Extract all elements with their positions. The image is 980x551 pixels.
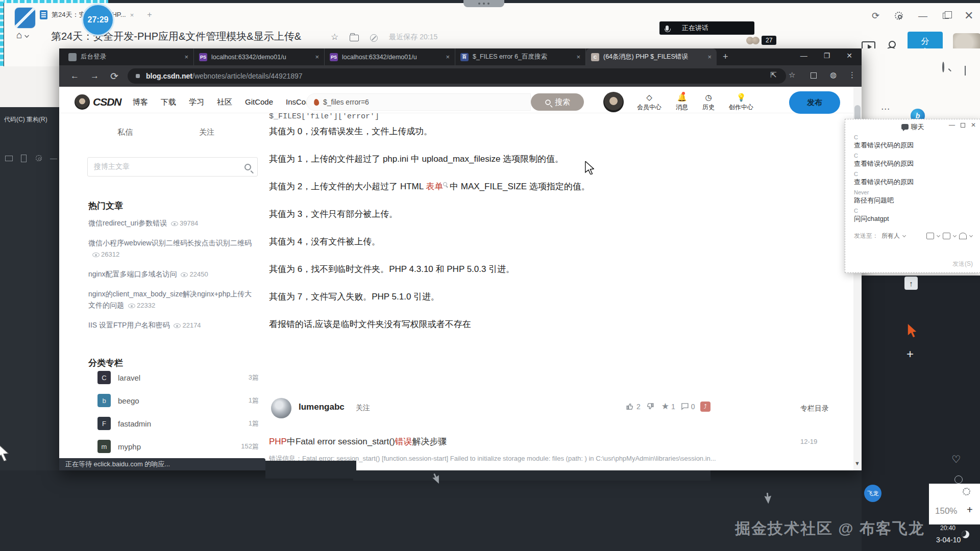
blog-search-input[interactable]: 搜博主文章 (87, 157, 258, 177)
restore-button[interactable] (943, 13, 949, 19)
notes-app-logo-icon[interactable] (14, 7, 36, 29)
folder-icon[interactable] (350, 35, 359, 41)
comment-icon[interactable] (680, 402, 689, 411)
views-eye-icon (128, 304, 135, 308)
pycharm-settings-icon[interactable] (36, 155, 42, 162)
article-paragraph: 看报错的话,应该是临时文件夹没有写权限或者不存在 (269, 318, 846, 331)
pycharm-menu[interactable]: 代码(C) 重构(R) (4, 115, 58, 124)
nav-link[interactable]: GitCode (245, 97, 273, 107)
new-tab-button[interactable]: + (723, 52, 728, 62)
chat-send-button[interactable]: 发送(S) (952, 260, 973, 268)
mention-person-icon[interactable] (959, 233, 967, 239)
category-item[interactable]: F fastadmin 1篇 (97, 416, 259, 431)
home-menu[interactable]: ⌂ (16, 30, 29, 41)
form-link[interactable]: 表单 (426, 182, 443, 191)
hot-article-item[interactable]: 微信小程序webview识别二维码长按点击识别二维码26312 (88, 237, 259, 260)
notes-new-tab-button[interactable]: + (147, 10, 152, 19)
thumbs-down-icon[interactable] (646, 402, 654, 411)
user-menu-item[interactable]: ◇ 会员中心 (637, 93, 662, 113)
tab-close-icon[interactable]: × (446, 53, 450, 61)
search-icon[interactable] (244, 164, 251, 170)
back-icon[interactable]: ← (70, 71, 79, 81)
tab-close-icon[interactable]: × (184, 53, 188, 61)
share-article-icon[interactable]: ⤴ (700, 402, 710, 412)
pycharm-structure-icon[interactable] (5, 156, 13, 161)
settings-gear-icon[interactable] (963, 488, 970, 495)
hot-article-item[interactable]: nginx配置多端口多域名访问22450 (88, 268, 259, 280)
share-page-icon[interactable]: ⇱ (770, 70, 777, 80)
chevron-down-icon[interactable] (965, 66, 966, 75)
chrome-restore-button[interactable]: ❐ (824, 52, 830, 60)
sync-icon[interactable]: ⟳ (872, 11, 879, 20)
file-tool-icon[interactable] (943, 233, 950, 239)
plus-button[interactable]: + (906, 347, 914, 361)
browser-tab[interactable]: PS localhost:63342/demo01/u × (194, 48, 325, 65)
side-panel-icon[interactable] (811, 72, 817, 79)
thumbs-up-icon[interactable] (626, 402, 634, 411)
dm-button[interactable]: 私信 (117, 128, 133, 137)
category-item[interactable]: b beego 1篇 (97, 393, 259, 408)
category-item[interactable]: m myphp 152篇 (97, 439, 259, 454)
nav-link[interactable]: 下载 (161, 97, 176, 107)
chat-maximize-button[interactable] (961, 123, 965, 128)
gear-icon[interactable] (895, 12, 903, 20)
user-menu-item[interactable]: 💡 创作中心 (729, 93, 753, 113)
chrome-close-button[interactable]: ✕ (846, 52, 852, 60)
address-bar[interactable]: blog.csdn.net /webnotes/article/details/… (128, 68, 786, 84)
browser-tab[interactable]: C (64条消息) PHP $_FILES错误 × (586, 48, 717, 65)
pycharm-minimize-icon[interactable]: — (50, 154, 57, 162)
pycharm-split-icon[interactable] (21, 155, 27, 162)
meeting-dock-handle[interactable] (463, 0, 504, 7)
hot-article-item[interactable]: nginx的client_max_body_size解决nginx+php上传大… (88, 288, 259, 311)
author-name[interactable]: lumengabc (299, 402, 345, 412)
heart-icon[interactable]: ♡ (951, 453, 961, 465)
tab-close-icon[interactable]: × (315, 53, 319, 61)
user-menu-item[interactable]: 🔔 消息 (676, 93, 688, 113)
user-menu-item[interactable]: ◷ 历史 (702, 93, 715, 113)
site-info-icon[interactable] (136, 74, 140, 78)
star-icon[interactable]: ☆ (331, 32, 338, 42)
publish-button-highlighted[interactable]: 发布 (790, 92, 839, 113)
nav-link[interactable]: 学习 (189, 97, 204, 107)
browser-tab[interactable]: PS localhost:63342/demo01/u × (325, 48, 455, 65)
csdn-logo[interactable]: CSDN (75, 94, 121, 110)
nav-link[interactable]: 社区 (217, 97, 232, 107)
follow-author-button[interactable]: 关注 (199, 128, 214, 137)
chat-minimize-button[interactable]: — (949, 121, 955, 129)
scroll-down-arrow[interactable]: ▼ (854, 460, 860, 466)
hot-article-item[interactable]: 微信redirect_uri参数错误39784 (88, 217, 259, 229)
clock-date: 3-04-10 (936, 536, 961, 544)
circle-icon[interactable] (954, 475, 963, 484)
collect-star-icon[interactable]: ★ (662, 401, 669, 412)
nav-link[interactable]: 博客 (133, 97, 148, 107)
browser-tab[interactable]: 后台登录 × (63, 48, 194, 65)
chat-close-button[interactable]: ✕ (971, 121, 976, 129)
notes-tab-close-icon[interactable]: × (130, 11, 134, 19)
profile-icon[interactable]: ◍ (830, 70, 837, 80)
screenshot-tool-icon[interactable] (926, 233, 934, 239)
tab-close-icon[interactable]: × (576, 53, 580, 61)
minimize-button[interactable]: — (918, 11, 927, 20)
forward-icon[interactable]: → (90, 71, 99, 81)
browser-tab[interactable]: 百 $_FILES error 6_百度搜索 × (455, 48, 586, 65)
author-avatar[interactable] (271, 398, 291, 418)
tab-close-icon[interactable]: × (707, 53, 712, 61)
close-button[interactable]: ✕ (964, 10, 973, 21)
search-icon[interactable] (942, 63, 944, 72)
user-avatar[interactable] (603, 92, 624, 112)
kebab-menu-icon[interactable]: ⋮ (848, 70, 856, 80)
reload-icon[interactable]: ⟳ (110, 70, 118, 82)
more-options-icon[interactable]: ⋯ (881, 104, 891, 114)
column-toc-link[interactable]: 专栏目录 (800, 404, 829, 413)
category-item[interactable]: C laravel 3篇 (97, 370, 259, 385)
chrome-minimize-button[interactable]: — (800, 52, 807, 60)
scroll-up-button[interactable]: ↑ (904, 277, 918, 290)
search-button[interactable]: 搜索 (531, 93, 584, 111)
zoom-in-button[interactable]: + (967, 504, 973, 516)
search-input[interactable]: $_files error=6 (306, 93, 531, 111)
bookmark-star-icon[interactable]: ☆ (789, 70, 795, 80)
hot-article-item[interactable]: IIS 设置FTP用户名和密码22174 (88, 319, 259, 331)
related-article-title[interactable]: PHP中Fatal error session_start()错误解决步骤 (269, 436, 447, 447)
send-to-select[interactable]: 所有人 (881, 232, 900, 240)
author-follow-link[interactable]: 关注 (356, 404, 370, 413)
